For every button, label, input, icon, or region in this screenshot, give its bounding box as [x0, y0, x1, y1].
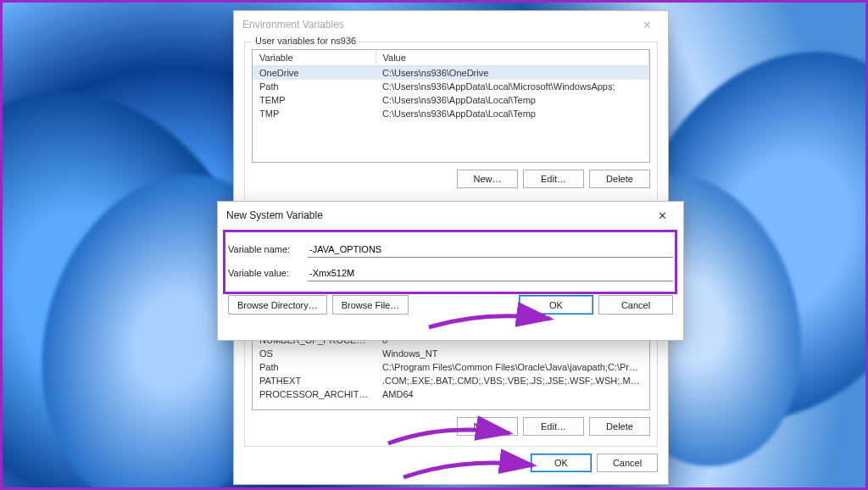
close-icon[interactable]: ✕: [634, 19, 659, 31]
table-row[interactable]: TEMPC:\Users\ns936\AppData\Local\Temp: [253, 93, 649, 107]
variable-name-label: Variable name:: [228, 244, 308, 254]
table-row[interactable]: OneDriveC:\Users\ns936\OneDrive: [253, 66, 649, 81]
env-titlebar: Environment Variables ✕: [234, 11, 668, 38]
ok-button[interactable]: OK: [519, 295, 593, 315]
nsv-title: New System Variable: [226, 209, 323, 221]
close-icon[interactable]: ✕: [649, 209, 675, 222]
table-row[interactable]: PATHEXT.COM;.EXE;.BAT;.CMD;.VBS;.VBE;.JS…: [253, 374, 649, 387]
table-row[interactable]: PathC:\Users\ns936\AppData\Local\Microso…: [253, 80, 649, 93]
variable-value-label: Variable value:: [228, 268, 308, 278]
table-row[interactable]: TMPC:\Users\ns936\AppData\Local\Temp: [253, 107, 649, 120]
env-title: Environment Variables: [242, 19, 344, 31]
sys-var-buttons: New… Edit… Delete: [252, 417, 650, 436]
nsv-titlebar: New System Variable ✕: [218, 202, 683, 229]
col-value[interactable]: Value: [376, 50, 649, 66]
delete-button[interactable]: Delete: [589, 417, 650, 436]
col-variable[interactable]: Variable: [253, 50, 376, 66]
browse-file-button[interactable]: Browse File…: [332, 295, 409, 315]
table-row[interactable]: PathC:\Program Files\Common Files\Oracle…: [253, 360, 649, 374]
table-row[interactable]: PROCESSOR_ARCHITECTUAMD64: [253, 387, 649, 401]
delete-button[interactable]: Delete: [589, 170, 650, 188]
variable-name-row: Variable name:: [228, 241, 673, 258]
new-button[interactable]: New…: [457, 417, 518, 436]
table-row[interactable]: OSWindows_NT: [253, 347, 649, 360]
new-button[interactable]: New…: [457, 170, 518, 188]
cancel-button[interactable]: Cancel: [598, 295, 673, 315]
variable-value-row: Variable value:: [228, 264, 673, 281]
variable-value-input[interactable]: [308, 264, 673, 281]
edit-button[interactable]: Edit…: [523, 170, 584, 188]
user-variables-table[interactable]: Variable Value OneDriveC:\Users\ns936\On…: [252, 49, 650, 163]
user-variables-label: User variables for ns936: [252, 36, 359, 46]
ok-button[interactable]: OK: [531, 454, 592, 472]
user-var-buttons: New… Edit… Delete: [252, 170, 650, 188]
browse-directory-button[interactable]: Browse Directory…: [228, 295, 327, 315]
env-main-buttons: OK Cancel: [244, 454, 658, 472]
edit-button[interactable]: Edit…: [523, 417, 584, 436]
new-system-variable-dialog: New System Variable ✕ Variable name: Var…: [217, 201, 684, 341]
variable-name-input[interactable]: [308, 241, 673, 258]
cancel-button[interactable]: Cancel: [597, 454, 658, 472]
user-variables-group: User variables for ns936 Variable Value …: [244, 42, 658, 211]
